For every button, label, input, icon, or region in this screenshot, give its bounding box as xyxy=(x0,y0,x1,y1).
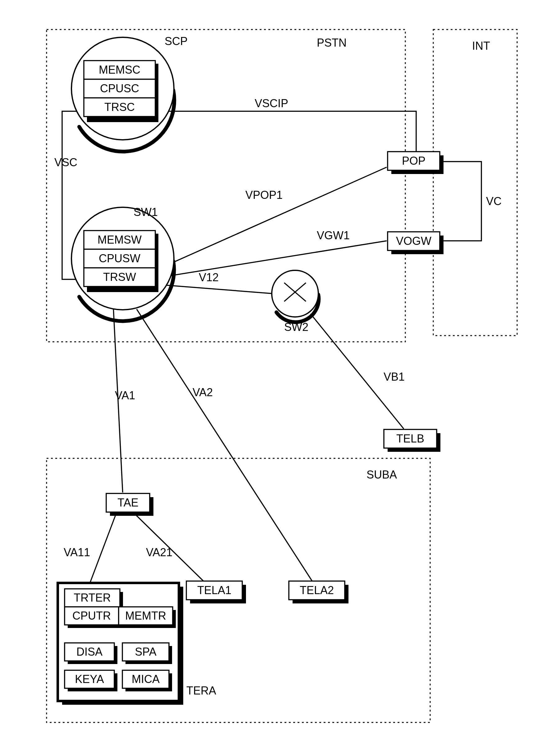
label-scp: SCP xyxy=(165,35,188,48)
label-telb: TELB xyxy=(396,432,424,445)
region-int xyxy=(433,30,517,336)
link-vc xyxy=(441,162,481,241)
label-vscip: VSCIP xyxy=(255,97,288,110)
tera-memtr: MEMTR xyxy=(125,609,166,622)
label-va11: VA11 xyxy=(64,546,90,559)
node-pop: POP xyxy=(388,152,443,174)
label-sw1: SW1 xyxy=(134,206,158,218)
node-telb: TELB xyxy=(384,429,440,452)
label-vc: VC xyxy=(486,195,502,208)
sw1-rows: MEMSW CPUSW TRSW xyxy=(84,231,158,292)
label-tela1: TELA1 xyxy=(197,584,232,597)
tera-spa: SPA xyxy=(135,645,156,658)
scp-memsc: MEMSC xyxy=(99,63,140,76)
label-pstn: PSTN xyxy=(317,36,346,49)
label-int: INT xyxy=(472,39,490,52)
sw1-trsw: TRSW xyxy=(103,271,136,283)
label-suba: SUBA xyxy=(366,468,397,481)
node-vogw: VOGW xyxy=(388,232,443,254)
link-vgw1 xyxy=(155,241,387,278)
label-va21: VA21 xyxy=(146,546,172,559)
sw1-memsw: MEMSW xyxy=(98,233,142,246)
svg-point-10 xyxy=(272,270,318,317)
label-tae: TAE xyxy=(117,496,138,509)
label-vgw1: VGW1 xyxy=(317,229,350,242)
node-tela1: TELA1 xyxy=(186,581,246,603)
tera-keya: KEYA xyxy=(75,673,104,685)
scp-cpusc: CPUSC xyxy=(100,82,139,95)
tera-disa: DISA xyxy=(76,645,103,658)
node-sw2: SW2 xyxy=(272,270,319,333)
label-vogw: VOGW xyxy=(396,235,431,247)
node-scp: SCP MEMSC CPUSC TRSC xyxy=(71,35,188,152)
label-vsc: VSC xyxy=(54,156,77,169)
tera-cputr: CPUTR xyxy=(72,609,111,622)
label-va2: VA2 xyxy=(193,386,213,399)
tera-mica: MICA xyxy=(132,673,160,685)
node-tae: TAE xyxy=(106,493,154,516)
link-vscip xyxy=(154,111,416,152)
label-tela2: TELA2 xyxy=(300,584,334,597)
scp-trsc: TRSC xyxy=(104,101,135,113)
sw1-cpusw: CPUSW xyxy=(99,252,140,265)
label-tera: TERA xyxy=(186,684,216,697)
label-pop: POP xyxy=(402,154,425,167)
node-sw1: SW1 MEMSW CPUSW TRSW xyxy=(71,206,174,321)
label-va1: VA1 xyxy=(115,389,135,402)
label-vpop1: VPOP1 xyxy=(246,189,282,201)
link-vpop1 xyxy=(155,167,387,270)
label-vb1: VB1 xyxy=(383,370,405,383)
link-va11 xyxy=(90,513,117,583)
tera-trter: TRTER xyxy=(74,591,111,604)
label-sw2: SW2 xyxy=(284,321,308,333)
link-va2 xyxy=(137,309,312,581)
node-tela2: TELA2 xyxy=(289,581,348,603)
scp-rows: MEMSC CPUSC TRSC xyxy=(84,61,158,122)
label-v12: V12 xyxy=(199,271,219,284)
